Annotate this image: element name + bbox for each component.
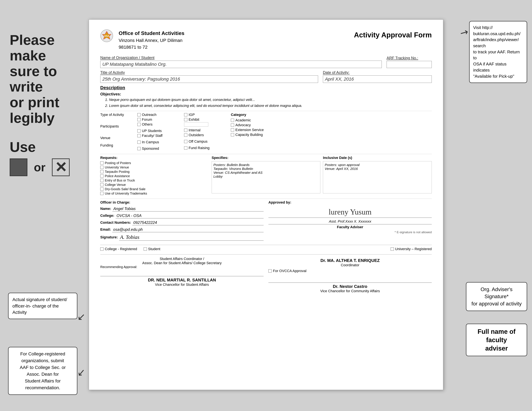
form-title: Activity Approval Form xyxy=(354,31,432,39)
ovcca-label: For OVCCA Approval xyxy=(273,269,306,273)
org-name-input[interactable]: UP Matatapang Mataltalino Org. xyxy=(100,61,382,68)
date-input[interactable]: April XX, 2016 xyxy=(323,75,432,83)
svg-text:OSA: OSA xyxy=(104,35,109,37)
officer-college-label: College: xyxy=(100,214,114,218)
officer-college-row: College: OVCSA - OSA xyxy=(100,213,264,218)
category-col: Category Academic Advocacy Extension Ser… xyxy=(231,113,276,151)
officer-sig-label: Signature: xyxy=(100,235,118,239)
venue-label: Venue xyxy=(100,136,136,140)
office-name: Office of Student Activities xyxy=(119,29,184,37)
req-trademarks: Use of University Trademarks xyxy=(100,192,209,195)
chancellor-name: Dr. Nestor Castro xyxy=(268,284,432,289)
description-label: Description xyxy=(100,85,432,90)
req-posters: Posting of Posters xyxy=(100,161,209,165)
specifies-col: Specifies: Posters: Bulletin Boards Tarp… xyxy=(212,156,321,196)
specifies-label: Specifies: xyxy=(212,156,321,160)
college-reg-callout: For College-registered organizations, su… xyxy=(8,347,77,395)
req-police: Police Assistance xyxy=(100,174,209,178)
cb-forum: Forum xyxy=(137,118,182,122)
requests-label: Requests: xyxy=(100,156,209,160)
actual-sig-arrow-icon: ↗ xyxy=(77,312,86,323)
college-reg-text: For College-registered organizations, su… xyxy=(20,351,66,390)
please-text: Pleasemakesure towriteor printlegibly xyxy=(10,32,86,126)
left-sig-name: DR. NEIL MARTIAL R. SANTILLAN xyxy=(100,278,264,282)
cb-outreach: Outreach xyxy=(137,113,182,117)
req-bus-truck: Entry of Bus or Truck xyxy=(100,178,209,182)
officer-name-row: Name: Angel Tobias xyxy=(100,206,264,211)
right-signatory: Dr. MA. ALTHEA T. ENRIQUEZ Coordinator F… xyxy=(268,257,432,293)
activity-col3: IGP Exhibit Internal Outsiders Off Campu… xyxy=(184,113,229,151)
org-name-group: Name of Organization / Student UP Matata… xyxy=(100,56,382,68)
cb-advocacy: Advocacy xyxy=(231,123,276,127)
url-callout-text: Visit http:// bukluran.osa.upd.edu.ph/ a… xyxy=(473,25,520,79)
college-reg-label: College - Registered xyxy=(105,247,137,251)
title-group: Title of Activity 25th Org Anniversary: … xyxy=(100,70,318,83)
objectives-label: Objectives: xyxy=(100,92,432,96)
cb-student-reg[interactable] xyxy=(144,247,147,251)
office-address: Vinzons Hall Annex, UP Diliman xyxy=(119,37,184,44)
officer-name-label: Name: xyxy=(100,207,111,211)
esig-note: * E-signature is not allowed xyxy=(268,231,432,234)
inclusive-dates-value[interactable]: Posters: upon approval Venue: April XX, … xyxy=(323,161,432,193)
url-arrow-icon: ↗ xyxy=(458,25,471,39)
objective-1: 1. Neque porro quisquam est qui dolorem … xyxy=(105,97,432,102)
title-label: Title of Activity xyxy=(100,70,318,75)
student-reg-label: Student xyxy=(148,247,161,251)
officer-label: Officer in Charge: xyxy=(100,200,264,205)
title-input[interactable]: 25th Org Anniversary: Pagsulong 2016 xyxy=(100,75,318,83)
cb-extension: Extension Service xyxy=(231,128,276,132)
date-group: Date of Activity: April XX, 2016 xyxy=(323,70,432,83)
coordinator-name: Dr. MA. ALTHEA T. ENRIQUEZ xyxy=(268,258,432,263)
officer-contact-value[interactable]: 09275422224 xyxy=(132,220,264,225)
cb-off-campus: Off Campus xyxy=(184,140,229,144)
office-phone: 9818671 to 72 xyxy=(119,44,184,51)
req-college-venue: College Venue xyxy=(100,183,209,187)
specifies-value[interactable]: Posters: Bulletin Boards Tarpaulin: Vinz… xyxy=(212,161,321,193)
officer-sig-row: Signature: A. Tobias xyxy=(100,234,264,241)
officer-contact-label: Contact Numbers: xyxy=(100,221,131,225)
faculty-label: Faculty Adviser xyxy=(268,225,432,229)
cb-univ-reg[interactable] xyxy=(391,247,394,251)
inclusive-dates-label: Inclusive Date (s) xyxy=(323,156,432,160)
cb-fund-raising: Fund Raising xyxy=(184,146,229,150)
osa-logo-area: OSA Office of Student Activities Vinzons… xyxy=(100,29,184,51)
cb-ovcca[interactable] xyxy=(268,269,272,272)
arf-tracking-input[interactable] xyxy=(387,61,432,68)
funding-label: Funding xyxy=(100,143,136,148)
officer-email-value[interactable]: osa@upd.edu.ph xyxy=(112,227,264,232)
use-label: Use xyxy=(10,139,36,155)
recommending-label: Recommending Approval: xyxy=(100,265,264,269)
use-section: Use or ✕ xyxy=(10,139,86,176)
officer-sig-value: A. Tobias xyxy=(119,234,264,241)
officer-contact-row: Contact Numbers: 09275422224 xyxy=(100,220,264,225)
req-tarpaulin: Tarpaulin Posting xyxy=(100,170,209,174)
officer-name-value[interactable]: Angel Tobias xyxy=(112,206,264,211)
objective-2: 2. Lorem ipsum dolor sit amet, consectet… xyxy=(105,103,432,108)
officer-email-label: Email: xyxy=(100,227,111,232)
org-adviser-callout: Org. Adviser's Signature* for approval o… xyxy=(466,282,527,311)
url-callout: Visit http:// bukluran.osa.upd.edu.ph/ a… xyxy=(469,21,527,83)
cb-up-students: UP Students xyxy=(137,129,182,133)
participants-label: Participants xyxy=(100,124,136,129)
org-name-label: Name of Organization / Student xyxy=(100,56,382,60)
cb-college-reg[interactable] xyxy=(100,247,104,251)
form-header: OSA Office of Student Activities Vinzons… xyxy=(100,29,432,51)
faculty-name: Asst. Prof.Xxxx X. Xxxxxxx xyxy=(268,219,432,224)
form-area: OSA Office of Student Activities Vinzons… xyxy=(89,19,443,390)
cb-capacity: Capacity Building xyxy=(231,133,276,137)
cb-others: Others xyxy=(137,122,182,127)
officer-college-value[interactable]: OVCSA - OSA xyxy=(116,213,264,218)
type-label: Type of Activity xyxy=(100,113,136,117)
cb-exhibit: Exhibit xyxy=(184,118,229,122)
coordinator-role: Coordinator xyxy=(268,263,432,267)
approved-label: Approved by: xyxy=(268,200,432,205)
activity-labels-col: Type of Activity Participants Venue Fund… xyxy=(100,113,136,151)
actual-sig-callout: Actual signature of student/ officer-in-… xyxy=(8,293,77,319)
actual-sig-text: Actual signature of student/ officer-in-… xyxy=(12,297,67,315)
cb-in-campus: In Campus xyxy=(137,140,182,144)
activity-col2: Outreach Forum Others UP Students Facult… xyxy=(137,113,182,151)
arf-tracking-group: ARF Tracking No.: xyxy=(387,56,432,68)
ovcca-reg: For OVCCA Approval xyxy=(268,269,432,273)
osa-info: Office of Student Activities Vinzons Hal… xyxy=(119,29,184,51)
left-sig-title: Student Affairs Coordinator / Assoc. Dea… xyxy=(100,257,264,265)
